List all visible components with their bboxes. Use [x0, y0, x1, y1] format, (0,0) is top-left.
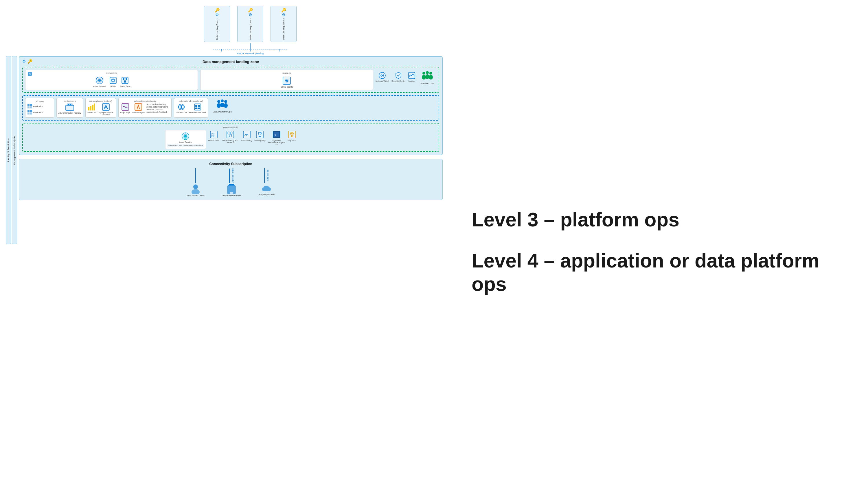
svg-rect-39: [66, 105, 74, 111]
powerbi-label: Power BI: [87, 112, 95, 114]
main-content: ⚙ 🔑 Data management landing zone R netwo: [19, 56, 443, 244]
security-icon: [394, 71, 402, 80]
governance-rg-title: governance-rg: [25, 126, 436, 128]
svg-rect-32: [30, 104, 32, 106]
identity-subscription-label: Identity Subscription: [6, 56, 11, 244]
svg-point-64: [217, 100, 220, 103]
third-party-title: 3rd Party: [27, 100, 52, 103]
nsg-item: NSGs: [109, 76, 117, 87]
dataquality-label: Data Quality: [254, 139, 266, 141]
level3-label: Level 3 – platform ops: [472, 208, 845, 232]
masterdata-item: 1010 0100 0101 Master Data: [208, 130, 219, 149]
svg-point-27: [426, 71, 429, 74]
svg-rect-59: [198, 107, 200, 109]
svg-rect-33: [28, 106, 30, 108]
automationdb-rg-title: automationdb-rg (optional): [176, 100, 206, 102]
data-platform-ops-icon: [216, 99, 229, 109]
datasharing-icon: [226, 130, 235, 139]
synapse-icon: [102, 103, 110, 111]
key-icon-3: 🔑: [281, 8, 286, 12]
containers-items: Azure Container Registry: [59, 103, 81, 114]
office-icon: [226, 183, 237, 194]
logicapps-label: Logic Apps: [120, 112, 130, 114]
svg-text:API: API: [245, 134, 248, 136]
monitor-label: Monitor: [409, 80, 415, 82]
level4-container: Level 4 – application or data platform o…: [472, 249, 845, 296]
cicd-icon: [282, 76, 291, 85]
svg-rect-36: [30, 110, 32, 112]
purview-label: Azure Purview: [179, 141, 192, 143]
vnet-icon: [95, 76, 104, 85]
connectivity-title: Connectivity Subscription: [22, 162, 440, 166]
security-label: Security Center: [392, 80, 405, 82]
office-line: [229, 169, 230, 183]
powerbi-icon: [87, 103, 95, 111]
svg-rect-46: [94, 104, 95, 111]
svg-rect-47: [102, 104, 110, 111]
level3-container: Level 3 – platform ops: [472, 208, 845, 232]
logicapps-item: Logic Apps: [120, 103, 130, 114]
route-item: Route Table: [120, 76, 131, 87]
security-item: Security Center: [392, 71, 405, 82]
nsg-icon: [109, 76, 117, 85]
outer-wrapper: Identity Subscription Management Subscri…: [6, 56, 443, 244]
third-party-box: 3rd Party Application: [25, 98, 54, 118]
keyvault-label: Key Vault: [288, 139, 296, 141]
automationdb-items: Cosmos DB: [176, 103, 206, 114]
network-rg-corner-icon: R: [28, 71, 32, 77]
mgmt-rg-title: mgmt-rg: [202, 72, 371, 74]
platform-ops-label: Platform Ops: [421, 82, 434, 85]
resource-icon-3: ⚙: [282, 12, 286, 17]
microservices-item: Microservices data: [189, 103, 206, 114]
data-platform-ops-label: Data Platform Ops: [213, 111, 232, 113]
synapse-item: Synapse Private Link Hub: [98, 103, 114, 116]
cloud-line-container: Site to site: [264, 168, 269, 183]
level4-label: Level 4 – application or data platform o…: [472, 249, 845, 296]
data-platform-ops-group: Data Platform Ops: [210, 98, 234, 118]
svg-rect-102: [229, 184, 234, 185]
vnet-lines-svg: [204, 43, 297, 52]
network-rg-box: R network-rg: [25, 70, 198, 90]
mgmt-rg-box: mgmt-rg CI/CD agents: [200, 70, 373, 90]
apps-description: Apps for data landing zones, data integr…: [146, 103, 169, 113]
logicapps-icon: [121, 103, 129, 111]
acr-icon: [65, 103, 74, 111]
svg-rect-96: [291, 135, 292, 137]
acr-label: Azure Container Registry: [59, 112, 81, 114]
rg-icon-svg: R: [28, 71, 32, 76]
cloud-item: Site to site 3rd party clouds: [258, 168, 275, 197]
netwatch-item: Network Watch: [375, 71, 389, 82]
data-mgmt-box: ⚙ 🔑 Data management landing zone R netwo: [19, 56, 443, 155]
subscription-icon: ⚙: [22, 59, 26, 64]
svg-point-68: [224, 100, 227, 103]
app-icon-1: [27, 104, 32, 109]
resource-icon-1: ⚙: [215, 12, 219, 17]
keyvault-item: Key Vault: [288, 130, 296, 149]
management-subscription-label: Management Subscription: [12, 56, 17, 244]
app-label-2: Application: [33, 111, 43, 113]
svg-rect-38: [30, 113, 32, 115]
dataquality-icon: [256, 130, 264, 139]
svg-rect-58: [195, 107, 197, 109]
svg-rect-44: [90, 106, 91, 111]
cosmosdb-label: Cosmos DB: [176, 112, 187, 114]
masterdata-label: Master Data: [208, 139, 219, 141]
landing-zone-1: 🔑 ⚙ Data Landing Zone 1: [204, 6, 230, 42]
svg-point-26: [422, 75, 426, 80]
svg-rect-34: [30, 106, 32, 108]
consumption-items: Power BI Synapse Private Link Hub: [87, 103, 114, 116]
functionapps-icon: [134, 103, 142, 111]
network-rg-title: network-rg: [27, 72, 196, 74]
site-to-site-label: Site to site: [267, 170, 269, 181]
svg-point-66: [221, 99, 224, 102]
office-label: Office based users: [222, 194, 241, 197]
key-icon-1: 🔑: [215, 8, 220, 12]
monitor-item: Monitor: [408, 71, 416, 82]
row2-dashed: 3rd Party Application: [22, 95, 439, 120]
svg-point-23: [382, 75, 383, 76]
key-icon-2: 🔑: [248, 8, 253, 12]
vpn-item: VPN based users: [187, 168, 205, 197]
ingestion-item: UI Ingestion Framework Engine UI: [268, 130, 285, 149]
powerbi-item: Power BI: [87, 103, 95, 116]
svg-rect-31: [28, 104, 30, 106]
